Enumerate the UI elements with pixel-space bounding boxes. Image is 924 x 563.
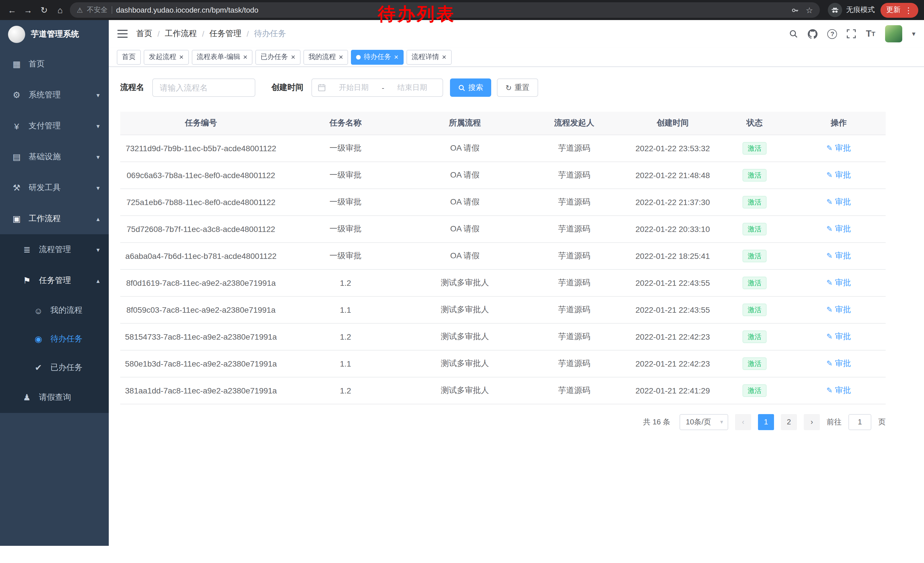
approve-link[interactable]: ✎审批 [826,224,851,234]
approve-label: 审批 [835,143,851,153]
approve-link[interactable]: ✎审批 [826,170,851,180]
tab-home[interactable]: 首页 [117,50,141,65]
forward-icon[interactable]: → [22,6,34,14]
close-icon[interactable]: × [442,53,446,61]
sidebar-item-process-mgmt[interactable]: ≣ 流程管理 ▾ [0,234,109,265]
close-icon[interactable]: × [179,53,183,61]
cell-initiator: 芋道源码 [520,269,628,296]
cell-status: 激活 [717,296,792,323]
navbar: 首页 / 工作流程 / 任务管理 / 待办任务 ? TT [109,20,924,48]
cell-status: 激活 [717,350,792,377]
github-icon[interactable] [808,29,818,39]
approve-link[interactable]: ✎审批 [826,358,851,369]
pagination: 共 16 条 10条/页 ▾ ‹ 1 2 › 前往 页 [120,414,886,430]
breadcrumb-home[interactable]: 首页 [136,29,152,39]
status-badge: 激活 [742,303,766,316]
search-button[interactable]: 搜索 [450,78,491,97]
sidebar-item-todo-tasks[interactable]: ◉ 待办任务 [0,325,109,353]
annotation-overlay: 待办列表 [378,2,456,26]
close-icon[interactable]: × [339,53,343,61]
status-badge: 激活 [742,357,766,370]
next-page-button[interactable]: › [804,414,820,430]
cell-status: 激活 [717,377,792,404]
prev-page-button[interactable]: ‹ [735,414,751,430]
caret-down-icon[interactable]: ▾ [912,30,915,38]
question-mark: ? [828,29,837,39]
update-button[interactable]: 更新 ⋮ [880,3,918,18]
hamburger-icon[interactable] [117,30,128,38]
security-label[interactable]: 不安全 [87,5,108,15]
back-icon[interactable]: ← [6,6,18,14]
cell-process: 测试多审批人 [410,377,520,404]
breadcrumb-task-mgmt[interactable]: 任务管理 [210,29,242,39]
sidebar-item-task-mgmt[interactable]: ⚑ 任务管理 ▴ [0,265,109,296]
chevron-up-icon: ▴ [96,277,100,284]
fullscreen-icon[interactable] [847,29,856,38]
sidebar-item-home[interactable]: ▦ 首页 [0,49,109,80]
app-logo-row[interactable]: 芋道管理系统 [0,20,109,49]
tools-icon: ⚒ [12,183,22,193]
edit-icon: ✎ [826,359,833,368]
tab-process-detail[interactable]: 流程详情 × [406,50,452,65]
table-row: 381aa1dd-7ac8-11ec-a9e2-a2380e71991a 1.2… [120,377,886,404]
search-icon[interactable] [789,29,798,38]
approve-link[interactable]: ✎审批 [826,143,851,153]
tab-form-edit[interactable]: 流程表单-编辑 × [192,50,252,65]
tab-label: 我的流程 [309,52,336,62]
chevron-down-icon: ▾ [96,92,100,99]
approve-link[interactable]: ✎审批 [826,251,851,261]
sidebar-item-my-process[interactable]: ☺ 我的流程 [0,296,109,325]
help-icon[interactable]: ? [828,29,837,39]
cell-action: ✎审批 [792,135,886,162]
sidebar-item-workflow[interactable]: ▣ 工作流程 ▴ [0,203,109,234]
sidebar-item-payment-mgmt[interactable]: ¥ 支付管理 ▾ [0,111,109,141]
approve-label: 审批 [835,358,851,369]
tab-start-process[interactable]: 发起流程 × [144,50,189,65]
home-icon[interactable]: ⌂ [54,6,66,14]
status-badge: 激活 [742,384,766,396]
approve-link[interactable]: ✎审批 [826,331,851,342]
sidebar-item-leave-query[interactable]: ♟ 请假查询 [0,382,109,413]
tab-done-tasks[interactable]: 已办任务 × [255,50,300,65]
sidebar-item-system-mgmt[interactable]: ⚙ 系统管理 ▾ [0,80,109,111]
col-process: 所属流程 [410,112,520,135]
sidebar-item-label: 已办任务 [50,363,82,373]
edit-icon: ✎ [826,251,833,260]
table-row: 58154733-7ac8-11ec-a9e2-a2380e71991a 1.2… [120,323,886,350]
sidebar-item-dev-tools[interactable]: ⚒ 研发工具 ▾ [0,173,109,203]
goto-page-input[interactable] [848,414,872,430]
approve-link[interactable]: ✎审批 [826,385,851,395]
reload-icon[interactable]: ↻ [38,6,50,14]
approve-link[interactable]: ✎审批 [826,278,851,288]
reset-button[interactable]: ↻ 重置 [497,78,538,97]
approve-label: 审批 [835,385,851,395]
tab-todo-tasks[interactable]: 待办任务 × [351,50,404,65]
cell-process: OA 请假 [410,242,520,269]
font-size-icon[interactable]: TT [866,29,875,39]
close-icon[interactable]: × [291,53,295,61]
cell-action: ✎审批 [792,242,886,269]
password-key-icon[interactable] [792,6,800,14]
close-icon[interactable]: × [243,53,248,61]
tab-my-process[interactable]: 我的流程 × [303,50,348,65]
page-2-button[interactable]: 2 [781,414,797,430]
page-1-button[interactable]: 1 [758,414,774,430]
browser-menu-icon[interactable]: ⋮ [904,6,912,14]
cell-process: 测试多审批人 [410,269,520,296]
close-icon[interactable]: × [394,53,399,61]
page-size-select[interactable]: 10条/页 ▾ [680,414,728,430]
process-name-input[interactable] [152,78,255,97]
approve-link[interactable]: ✎审批 [826,305,851,315]
breadcrumb-workflow[interactable]: 工作流程 [165,29,197,39]
cell-task-name: 一级审批 [282,215,410,242]
sidebar-item-infrastructure[interactable]: ▤ 基础设施 ▾ [0,141,109,173]
table-row: 8f0d1619-7ac8-11ec-a9e2-a2380e71991a 1.2… [120,269,886,296]
cell-create-time: 2022-01-22 21:37:30 [628,188,717,215]
table-row: 580e1b3d-7ac8-11ec-a9e2-a2380e71991a 1.1… [120,350,886,377]
sidebar-item-done-tasks[interactable]: ✔ 已办任务 [0,353,109,382]
user-avatar[interactable] [885,25,902,42]
bookmark-star-icon[interactable]: ☆ [806,6,813,15]
date-range-picker[interactable]: 开始日期 - 结束日期 [311,78,443,97]
workflow-icon: ▣ [12,214,22,224]
approve-link[interactable]: ✎审批 [826,197,851,207]
